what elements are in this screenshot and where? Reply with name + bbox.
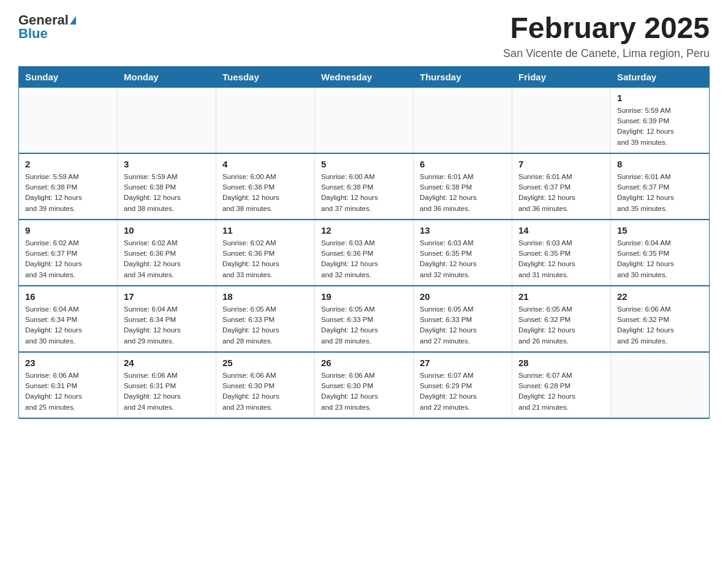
page-header: General Blue February 2025 San Vicente d… — [18, 12, 710, 60]
weekday-header-monday: Monday — [118, 66, 216, 87]
day-number: 4 — [222, 159, 308, 169]
day-info: Sunrise: 6:07 AMSunset: 6:29 PMDaylight:… — [420, 370, 506, 413]
calendar-week-5: 23Sunrise: 6:06 AMSunset: 6:31 PMDayligh… — [19, 352, 710, 418]
day-info: Sunrise: 6:02 AMSunset: 6:37 PMDaylight:… — [25, 238, 111, 280]
calendar-cell — [118, 87, 216, 153]
day-number: 22 — [617, 291, 703, 302]
calendar-cell: 28Sunrise: 6:07 AMSunset: 6:28 PMDayligh… — [512, 352, 611, 418]
day-number: 8 — [617, 159, 703, 169]
calendar-cell — [19, 87, 118, 153]
day-info: Sunrise: 6:04 AMSunset: 6:35 PMDaylight:… — [617, 238, 703, 280]
calendar-cell: 22Sunrise: 6:06 AMSunset: 6:32 PMDayligh… — [611, 286, 710, 352]
day-number: 21 — [518, 291, 604, 302]
weekday-header-tuesday: Tuesday — [216, 66, 315, 87]
day-info: Sunrise: 6:03 AMSunset: 6:35 PMDaylight:… — [420, 238, 506, 280]
calendar-cell: 3Sunrise: 5:59 AMSunset: 6:38 PMDaylight… — [118, 153, 216, 220]
calendar-cell: 5Sunrise: 6:00 AMSunset: 6:38 PMDaylight… — [315, 153, 414, 220]
calendar-cell — [611, 352, 710, 418]
calendar-cell: 8Sunrise: 6:01 AMSunset: 6:37 PMDaylight… — [611, 153, 710, 220]
day-number: 3 — [124, 159, 210, 169]
calendar-cell: 27Sunrise: 6:07 AMSunset: 6:29 PMDayligh… — [414, 352, 512, 418]
logo-triangle-icon — [70, 16, 76, 25]
day-info: Sunrise: 6:06 AMSunset: 6:30 PMDaylight:… — [222, 370, 308, 413]
day-info: Sunrise: 6:05 AMSunset: 6:33 PMDaylight:… — [420, 304, 506, 347]
day-info: Sunrise: 6:06 AMSunset: 6:32 PMDaylight:… — [617, 304, 703, 347]
calendar-cell: 7Sunrise: 6:01 AMSunset: 6:37 PMDaylight… — [512, 153, 611, 220]
day-info: Sunrise: 6:00 AMSunset: 6:38 PMDaylight:… — [222, 172, 308, 214]
title-block: February 2025 San Vicente de Canete, Lim… — [503, 12, 710, 60]
day-number: 25 — [222, 358, 308, 368]
day-number: 5 — [321, 159, 407, 169]
day-info: Sunrise: 6:01 AMSunset: 6:38 PMDaylight:… — [420, 172, 506, 214]
calendar-cell: 10Sunrise: 6:02 AMSunset: 6:36 PMDayligh… — [118, 220, 216, 286]
day-number: 12 — [321, 225, 407, 236]
day-info: Sunrise: 6:02 AMSunset: 6:36 PMDaylight:… — [222, 238, 308, 280]
calendar-cell: 14Sunrise: 6:03 AMSunset: 6:35 PMDayligh… — [512, 220, 611, 286]
day-info: Sunrise: 6:02 AMSunset: 6:36 PMDaylight:… — [124, 238, 210, 280]
day-number: 10 — [124, 225, 210, 236]
calendar-cell: 1Sunrise: 5:59 AMSunset: 6:39 PMDaylight… — [611, 87, 710, 153]
calendar-cell: 24Sunrise: 6:06 AMSunset: 6:31 PMDayligh… — [118, 352, 216, 418]
weekday-header-saturday: Saturday — [611, 66, 710, 87]
day-number: 14 — [518, 225, 604, 236]
day-info: Sunrise: 6:03 AMSunset: 6:36 PMDaylight:… — [321, 238, 407, 280]
calendar-cell — [414, 87, 512, 153]
day-info: Sunrise: 5:59 AMSunset: 6:38 PMDaylight:… — [25, 172, 111, 214]
day-info: Sunrise: 5:59 AMSunset: 6:38 PMDaylight:… — [124, 172, 210, 214]
calendar-cell: 26Sunrise: 6:06 AMSunset: 6:30 PMDayligh… — [315, 352, 414, 418]
day-info: Sunrise: 6:06 AMSunset: 6:31 PMDaylight:… — [124, 370, 210, 413]
calendar-week-3: 9Sunrise: 6:02 AMSunset: 6:37 PMDaylight… — [19, 220, 710, 286]
calendar-cell: 2Sunrise: 5:59 AMSunset: 6:38 PMDaylight… — [19, 153, 118, 220]
day-info: Sunrise: 6:03 AMSunset: 6:35 PMDaylight:… — [518, 238, 604, 280]
day-info: Sunrise: 6:07 AMSunset: 6:28 PMDaylight:… — [518, 370, 604, 413]
day-info: Sunrise: 6:01 AMSunset: 6:37 PMDaylight:… — [518, 172, 604, 214]
calendar-cell — [512, 87, 611, 153]
day-number: 17 — [124, 291, 210, 302]
calendar-body: 1Sunrise: 5:59 AMSunset: 6:39 PMDaylight… — [19, 87, 710, 418]
day-number: 9 — [25, 225, 111, 236]
day-number: 15 — [617, 225, 703, 236]
day-number: 7 — [518, 159, 604, 169]
day-info: Sunrise: 6:05 AMSunset: 6:33 PMDaylight:… — [222, 304, 308, 347]
calendar-cell: 25Sunrise: 6:06 AMSunset: 6:30 PMDayligh… — [216, 352, 315, 418]
calendar-cell: 9Sunrise: 6:02 AMSunset: 6:37 PMDaylight… — [19, 220, 118, 286]
calendar-cell: 20Sunrise: 6:05 AMSunset: 6:33 PMDayligh… — [414, 286, 512, 352]
weekday-header-friday: Friday — [512, 66, 611, 87]
day-number: 26 — [321, 358, 407, 368]
day-number: 2 — [25, 159, 111, 169]
calendar-cell: 18Sunrise: 6:05 AMSunset: 6:33 PMDayligh… — [216, 286, 315, 352]
day-info: Sunrise: 6:04 AMSunset: 6:34 PMDaylight:… — [25, 304, 111, 347]
day-number: 18 — [222, 291, 308, 302]
calendar-cell: 12Sunrise: 6:03 AMSunset: 6:36 PMDayligh… — [315, 220, 414, 286]
day-info: Sunrise: 5:59 AMSunset: 6:39 PMDaylight:… — [617, 105, 703, 148]
day-info: Sunrise: 6:00 AMSunset: 6:38 PMDaylight:… — [321, 172, 407, 214]
logo-blue-text: Blue — [18, 26, 48, 42]
calendar-cell: 15Sunrise: 6:04 AMSunset: 6:35 PMDayligh… — [611, 220, 710, 286]
day-number: 20 — [420, 291, 506, 302]
month-title: February 2025 — [503, 12, 710, 45]
calendar-cell: 19Sunrise: 6:05 AMSunset: 6:33 PMDayligh… — [315, 286, 414, 352]
calendar-cell — [315, 87, 414, 153]
day-info: Sunrise: 6:04 AMSunset: 6:34 PMDaylight:… — [124, 304, 210, 347]
weekday-header-thursday: Thursday — [414, 66, 512, 87]
day-number: 11 — [222, 225, 308, 236]
day-number: 23 — [25, 358, 111, 368]
day-number: 19 — [321, 291, 407, 302]
calendar-cell — [216, 87, 315, 153]
calendar-cell: 13Sunrise: 6:03 AMSunset: 6:35 PMDayligh… — [414, 220, 512, 286]
calendar-week-2: 2Sunrise: 5:59 AMSunset: 6:38 PMDaylight… — [19, 153, 710, 220]
day-info: Sunrise: 6:06 AMSunset: 6:30 PMDaylight:… — [321, 370, 407, 413]
day-info: Sunrise: 6:05 AMSunset: 6:32 PMDaylight:… — [518, 304, 604, 347]
day-number: 13 — [420, 225, 506, 236]
calendar-cell: 23Sunrise: 6:06 AMSunset: 6:31 PMDayligh… — [19, 352, 118, 418]
location-text: San Vicente de Canete, Lima region, Peru — [503, 47, 710, 60]
day-number: 1 — [617, 93, 703, 103]
calendar-cell: 11Sunrise: 6:02 AMSunset: 6:36 PMDayligh… — [216, 220, 315, 286]
weekday-header-sunday: Sunday — [19, 66, 118, 87]
calendar-week-4: 16Sunrise: 6:04 AMSunset: 6:34 PMDayligh… — [19, 286, 710, 352]
logo: General Blue — [18, 12, 76, 42]
day-number: 6 — [420, 159, 506, 169]
calendar-cell: 16Sunrise: 6:04 AMSunset: 6:34 PMDayligh… — [19, 286, 118, 352]
calendar-cell: 4Sunrise: 6:00 AMSunset: 6:38 PMDaylight… — [216, 153, 315, 220]
day-number: 24 — [124, 358, 210, 368]
